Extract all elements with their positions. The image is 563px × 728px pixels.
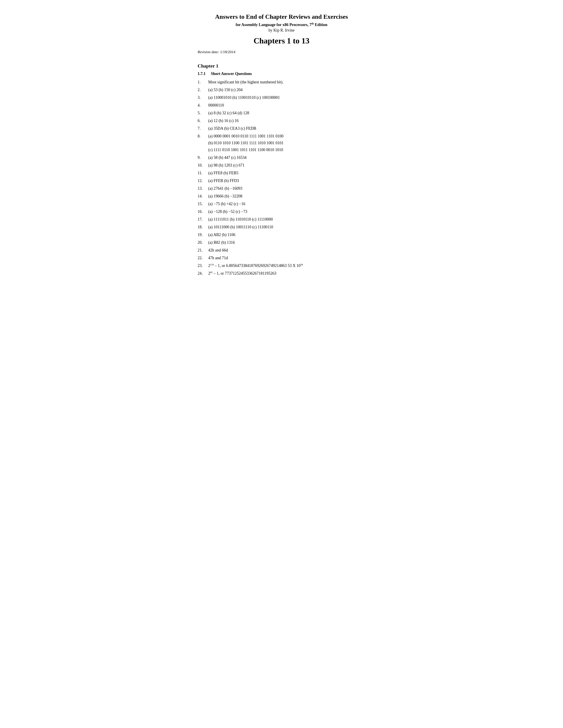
item-content: (a) 110001010 (b) 110010110 (c) 10010000… — [208, 95, 366, 101]
item-content: 00000110 — [208, 102, 366, 108]
item-number: 10. — [197, 162, 208, 168]
item-content: (a) 98 (b) 1203 (c) 671 — [208, 162, 366, 168]
main-title: Answers to End of Chapter Reviews and Ex… — [197, 13, 366, 20]
item-content: (a) 10111000 (b) 10011110 (c) 11100110 — [208, 224, 366, 230]
list-item: 21. 42h and 66d — [197, 247, 366, 253]
list-item: 6. (a) 12 (b) 16 (c) 16 — [197, 118, 366, 124]
item-content: 285 – 1, or 77371252455336267181195263 — [208, 270, 366, 276]
item-content: (a) 8 (b) 32 (c) 64 (d) 128 — [208, 110, 366, 116]
revision-date: Revision date: 1/18/2014 — [197, 50, 366, 54]
item-content: (a) FFEB (b) FFD3 — [208, 178, 366, 184]
item-content: 42h and 66d — [208, 247, 366, 253]
sub-item: (c) 1111 0110 1001 1011 1101 1100 0010 1… — [208, 147, 366, 153]
subtitle-end: Edition — [314, 23, 328, 27]
item-number: 18. — [197, 224, 208, 230]
item-number: 3. — [197, 95, 208, 101]
item-number: 13. — [197, 186, 208, 191]
section-title: Short Answer Questions — [211, 71, 252, 76]
list-item: 24. 285 – 1, or 773712524553362671811952… — [197, 270, 366, 276]
section-heading: 1.7.1 Short Answer Questions — [197, 71, 366, 76]
list-item: 14. (a) 19666 (b) −32208 — [197, 193, 366, 199]
list-item: 22. 47h and 71d — [197, 255, 366, 261]
item-number: 5. — [197, 110, 208, 116]
item-content: (a) 11111011 (b) 11010110 (c) 11110000 — [208, 216, 366, 222]
item-number: 9. — [197, 155, 208, 161]
item-content: (a) 19666 (b) −32208 — [208, 193, 366, 199]
item-number: 7. — [197, 126, 208, 131]
list-item: 2. (a) 53 (b) 150 (c) 204 — [197, 87, 366, 93]
list-item: 15. (a) −75 (b) +42 (c) −16 — [197, 201, 366, 207]
list-item: 9. (a) 58 (b) 447 (c) 16534 — [197, 155, 366, 161]
item-number: 14. — [197, 193, 208, 199]
item-number: 12. — [197, 178, 208, 184]
list-item: 11. (a) FFE8 (b) FEB5 — [197, 170, 366, 176]
item-number: 24. — [197, 270, 208, 276]
list-item: 5. (a) 8 (b) 32 (c) 64 (d) 128 — [197, 110, 366, 116]
item-number: 22. — [197, 255, 208, 261]
item-content: (a) −75 (b) +42 (c) −16 — [208, 201, 366, 207]
list-item: 23. 2129 – 1, or 6.805647338418769269267… — [197, 263, 366, 269]
subtitle: for Assembly Language for x86 Processors… — [197, 22, 366, 27]
item-content: (a) 27641 (b) −16093 — [208, 186, 366, 191]
chapters-title: Chapters 1 to 13 — [197, 36, 366, 45]
list-item: 4. 00000110 — [197, 102, 366, 108]
list-item: 3. (a) 110001010 (b) 110010110 (c) 10010… — [197, 95, 366, 101]
list-item: 17. (a) 11111011 (b) 11010110 (c) 111100… — [197, 216, 366, 222]
list-item: 8. (a) 0000 0001 0010 0110 1111 1001 110… — [197, 133, 366, 153]
item-number: 1. — [197, 79, 208, 85]
item-number: 16. — [197, 209, 208, 215]
subtitle-text: for Assembly Language for x86 Processors… — [235, 23, 312, 27]
item-content: (a) FFE8 (b) FEB5 — [208, 170, 366, 176]
item-content: (a) 53 (b) 150 (c) 204 — [208, 87, 366, 93]
list-item: 18. (a) 10111000 (b) 10011110 (c) 111001… — [197, 224, 366, 230]
list-item: 1. Most significant bit (the highest num… — [197, 79, 366, 85]
item-content: (a) −128 (b) −52 (c) −73 — [208, 209, 366, 215]
item-number: 23. — [197, 263, 208, 269]
item-content: (a) AB2 (b) 1106 — [208, 232, 366, 238]
item-number: 6. — [197, 118, 208, 124]
chapter-heading: Chapter 1 — [197, 63, 366, 69]
item-number: 17. — [197, 216, 208, 222]
list-item: 7. (a) 35DA (b) CEA3 (c) FEDB — [197, 126, 366, 131]
sub-item: (a) 0000 0001 0010 0110 1111 1001 1101 0… — [208, 133, 366, 139]
section-number: 1.7.1 — [197, 71, 205, 76]
author: by Kip R. Irvine — [197, 28, 366, 33]
subtitle-sup: th — [312, 22, 314, 25]
item-number: 8. — [197, 133, 208, 153]
sub-item: (b) 0110 1010 1100 1101 1111 1010 1001 0… — [208, 140, 366, 146]
item-number: 2. — [197, 87, 208, 93]
item-number: 15. — [197, 201, 208, 207]
answers-list: 1. Most significant bit (the highest num… — [197, 79, 366, 276]
item-number: 21. — [197, 247, 208, 253]
item-number: 11. — [197, 170, 208, 176]
item-content: 47h and 71d — [208, 255, 366, 261]
item-content: (a) 12 (b) 16 (c) 16 — [208, 118, 366, 124]
item-content: 2129 – 1, or 6.8056473384187692692674921… — [208, 263, 366, 269]
item-content: (a) 0000 0001 0010 0110 1111 1001 1101 0… — [208, 133, 366, 153]
item-number: 19. — [197, 232, 208, 238]
list-item: 20. (a) B82 (b) 1316 — [197, 240, 366, 246]
item-content: (a) B82 (b) 1316 — [208, 240, 366, 246]
item-content: Most significant bit (the highest number… — [208, 79, 366, 85]
list-item: 12. (a) FFEB (b) FFD3 — [197, 178, 366, 184]
list-item: 19. (a) AB2 (b) 1106 — [197, 232, 366, 238]
item-number: 4. — [197, 102, 208, 108]
list-item: 10. (a) 98 (b) 1203 (c) 671 — [197, 162, 366, 168]
list-item: 13. (a) 27641 (b) −16093 — [197, 186, 366, 191]
item-content: (a) 58 (b) 447 (c) 16534 — [208, 155, 366, 161]
list-item: 16. (a) −128 (b) −52 (c) −73 — [197, 209, 366, 215]
page-container: Answers to End of Chapter Reviews and Ex… — [197, 13, 366, 276]
item-content: (a) 35DA (b) CEA3 (c) FEDB — [208, 126, 366, 131]
item-number: 20. — [197, 240, 208, 246]
